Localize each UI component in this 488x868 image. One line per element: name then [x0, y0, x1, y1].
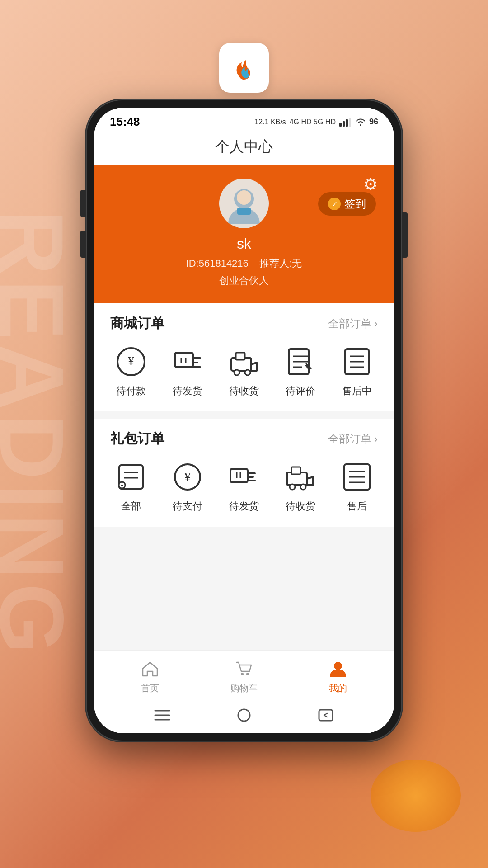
gift-pending-deliver-label: 待发货 — [229, 500, 259, 513]
nav-cart[interactable]: 购物车 — [197, 658, 291, 694]
power-button — [402, 212, 408, 258]
svg-rect-1 — [343, 121, 345, 127]
svg-text:¥: ¥ — [184, 469, 191, 484]
svg-point-51 — [246, 673, 249, 675]
after-sale-label: 售后中 — [342, 384, 372, 398]
phone-wrapper: 15:48 12.1 KB/s 4G HD 5G HD — [86, 99, 402, 741]
username: sk — [237, 236, 251, 252]
gift-pending-collect-label: 待收货 — [286, 500, 315, 513]
pending-review-label: 待评价 — [286, 384, 315, 398]
cart-nav-icon — [233, 658, 255, 679]
nav-home[interactable]: 首页 — [103, 658, 197, 694]
mall-order-items: ¥ 待付款 — [94, 341, 394, 411]
avatar-image — [224, 183, 264, 224]
svg-rect-3 — [349, 118, 351, 127]
decorative-blob — [371, 760, 461, 832]
checkin-label: 签到 — [344, 197, 366, 211]
content-area: 商城订单 全部订单 › ¥ — [94, 303, 394, 650]
background-text: READING — [0, 210, 77, 658]
checkin-check-icon: ✓ — [328, 198, 341, 210]
svg-rect-19 — [236, 353, 245, 360]
order-item-after-sale[interactable]: 售后中 — [328, 345, 385, 398]
order-item-pending-ship[interactable]: 待发货 — [160, 345, 216, 398]
gift-item-pending-deliver[interactable]: 待发货 — [216, 461, 272, 513]
gift-orders-section: 礼包订单 全部订单 › — [94, 419, 394, 527]
svg-point-44 — [300, 484, 306, 490]
network-type: 4G HD 5G HD — [290, 118, 336, 126]
mall-orders-link[interactable]: 全部订单 › — [328, 316, 378, 331]
pending-receive-label: 待收货 — [229, 384, 259, 398]
gift-item-pending-collect[interactable]: 待收货 — [272, 461, 328, 513]
svg-rect-45 — [291, 467, 300, 474]
back-system-button[interactable] — [317, 706, 335, 724]
battery-level: 96 — [369, 117, 378, 127]
svg-rect-36 — [230, 469, 248, 482]
status-icons: 12.1 KB/s 4G HD 5G HD 96 — [254, 117, 378, 127]
home-system-button[interactable] — [235, 706, 253, 724]
status-time: 15:48 — [110, 115, 140, 129]
svg-rect-56 — [238, 709, 250, 721]
user-id: ID:561814216 — [186, 258, 249, 269]
svg-rect-57 — [319, 710, 333, 721]
pending-ship-label: 待发货 — [173, 384, 202, 398]
pending-receive-icon — [228, 345, 260, 378]
gift-pending-pay-icon: ¥ — [171, 461, 204, 493]
avatar[interactable] — [219, 179, 269, 228]
menu-system-button[interactable] — [153, 706, 171, 724]
svg-rect-7 — [237, 208, 251, 215]
gift-pending-collect-icon — [284, 461, 317, 493]
wifi-icon — [356, 118, 366, 126]
gift-after-sales-icon — [341, 461, 373, 493]
phone-frame: 15:48 12.1 KB/s 4G HD 5G HD — [86, 99, 402, 741]
app-icon — [219, 43, 269, 93]
system-nav — [94, 700, 394, 733]
page-title: 个人中心 — [94, 137, 394, 157]
gift-pending-deliver-icon — [228, 461, 260, 493]
gift-item-after-sales[interactable]: 售后 — [328, 461, 385, 513]
gift-pending-pay-label: 待支付 — [173, 500, 202, 513]
pending-payment-label: 待付款 — [116, 384, 146, 398]
gift-item-pending-pay[interactable]: ¥ 待支付 — [160, 461, 216, 513]
user-role: 创业合伙人 — [219, 274, 269, 288]
page-header: 个人中心 — [94, 132, 394, 165]
gift-all-icon — [115, 461, 147, 493]
phone-screen: 15:48 12.1 KB/s 4G HD 5G HD — [94, 108, 394, 733]
bottom-nav: 首页 购物车 — [94, 650, 394, 700]
gift-all-label: 全部 — [121, 500, 141, 513]
status-bar: 15:48 12.1 KB/s 4G HD 5G HD — [94, 108, 394, 132]
user-info: ID:561814216 推荐人:无 — [186, 257, 302, 270]
svg-point-18 — [245, 370, 250, 375]
gift-order-items: 全部 ¥ 待支付 — [94, 456, 394, 527]
volume-up-button — [80, 190, 86, 217]
order-item-pending-payment[interactable]: ¥ 待付款 — [103, 345, 160, 398]
mall-orders-header: 商城订单 全部订单 › — [94, 303, 394, 341]
signal-bars-icon — [339, 118, 352, 127]
gift-chevron-right-icon: › — [374, 433, 378, 445]
order-item-pending-receive[interactable]: 待收货 — [216, 345, 272, 398]
user-referrer: 推荐人:无 — [259, 258, 302, 269]
order-item-pending-review[interactable]: 待评价 — [272, 345, 328, 398]
mall-orders-section: 商城订单 全部订单 › ¥ — [94, 303, 394, 411]
svg-rect-0 — [339, 123, 342, 127]
pending-ship-icon — [171, 345, 204, 378]
volume-down-button — [80, 231, 86, 258]
mall-orders-title: 商城订单 — [110, 314, 164, 333]
checkin-button[interactable]: ✓ 签到 — [318, 192, 376, 216]
chevron-right-icon: › — [374, 317, 378, 330]
svg-point-50 — [241, 673, 244, 675]
gift-orders-header: 礼包订单 全部订单 › — [94, 419, 394, 456]
svg-rect-2 — [346, 119, 348, 127]
mine-nav-label: 我的 — [329, 682, 347, 694]
gift-item-all[interactable]: 全部 — [103, 461, 160, 513]
gift-orders-title: 礼包订单 — [110, 429, 164, 448]
mine-nav-icon — [327, 658, 349, 679]
svg-text:¥: ¥ — [128, 354, 134, 368]
mall-orders-link-text: 全部订单 — [328, 316, 371, 331]
home-nav-icon — [139, 658, 161, 679]
profile-section: ⚙ ✓ 签到 sk — [94, 165, 394, 303]
svg-point-43 — [290, 484, 295, 490]
gift-orders-link[interactable]: 全部订单 › — [328, 432, 378, 446]
svg-point-52 — [334, 662, 342, 670]
svg-rect-10 — [175, 353, 193, 367]
nav-mine[interactable]: 我的 — [291, 658, 385, 694]
